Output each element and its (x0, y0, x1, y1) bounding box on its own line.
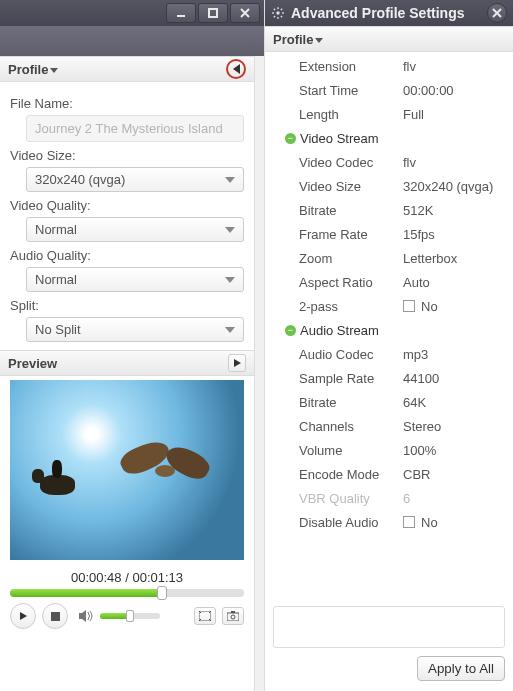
setting-row[interactable]: Aspect RatioAuto (265, 270, 513, 294)
maximize-button[interactable] (198, 3, 228, 23)
collapse-icon: − (285, 325, 296, 336)
preview-header: Preview (0, 350, 254, 376)
setting-value[interactable]: Auto (399, 275, 509, 290)
split-value: No Split (35, 322, 81, 337)
setting-label: Frame Rate (279, 227, 399, 242)
advanced-settings-title: Advanced Profile Settings (291, 5, 464, 21)
chevron-down-icon (50, 68, 58, 73)
checkbox[interactable] (403, 516, 415, 528)
setting-row[interactable]: LengthFull (265, 102, 513, 126)
setting-value[interactable]: 512K (399, 203, 509, 218)
setting-value[interactable]: 6 (399, 491, 509, 506)
setting-value[interactable]: flv (399, 155, 509, 170)
setting-row[interactable]: ChannelsStereo (265, 414, 513, 438)
chevron-down-icon (225, 327, 235, 333)
split-select[interactable]: No Split (26, 317, 244, 342)
close-panel-button[interactable] (487, 3, 507, 23)
preview-video[interactable] (10, 380, 244, 560)
gear-icon (271, 6, 285, 20)
profile-header[interactable]: Profile (0, 56, 254, 82)
left-scrollbar[interactable] (254, 56, 264, 691)
setting-row[interactable]: VBR Quality6 (265, 486, 513, 510)
play-button[interactable] (10, 603, 36, 629)
setting-value[interactable]: Letterbox (399, 251, 509, 266)
setting-value[interactable]: No (399, 299, 509, 314)
setting-value[interactable]: No (399, 515, 509, 530)
setting-label: VBR Quality (279, 491, 399, 506)
videosize-label: Video Size: (10, 148, 244, 163)
right-profile-header[interactable]: Profile (265, 26, 513, 52)
fullscreen-button[interactable] (194, 607, 216, 625)
play-icon (234, 359, 241, 367)
setting-group-header[interactable]: −Audio Stream (265, 318, 513, 342)
stop-button[interactable] (42, 603, 68, 629)
svg-point-7 (276, 11, 280, 15)
videosize-select[interactable]: 320x240 (qvga) (26, 167, 244, 192)
collapse-arrow-button[interactable] (226, 59, 246, 79)
setting-label: Length (279, 107, 399, 122)
setting-row[interactable]: Start Time00:00:00 (265, 78, 513, 102)
split-label: Split: (10, 298, 244, 313)
volume-thumb[interactable] (126, 610, 134, 622)
seek-bar[interactable] (10, 589, 244, 597)
group-title: Audio Stream (300, 323, 379, 338)
setting-row[interactable]: Bitrate512K (265, 198, 513, 222)
preview-rider (40, 460, 85, 500)
setting-value[interactable]: CBR (399, 467, 509, 482)
videoquality-value: Normal (35, 222, 77, 237)
play-icon (20, 612, 27, 620)
setting-label: Bitrate (279, 203, 399, 218)
setting-row[interactable]: Sample Rate44100 (265, 366, 513, 390)
description-field[interactable] (273, 606, 505, 648)
videoquality-select[interactable]: Normal (26, 217, 244, 242)
setting-value[interactable]: Stereo (399, 419, 509, 434)
setting-value[interactable]: 44100 (399, 371, 509, 386)
volume-icon[interactable] (78, 609, 94, 623)
setting-value[interactable]: 64K (399, 395, 509, 410)
checkbox[interactable] (403, 300, 415, 312)
setting-row[interactable]: Bitrate64K (265, 390, 513, 414)
advanced-settings-titlebar: Advanced Profile Settings (265, 0, 513, 26)
setting-label: Zoom (279, 251, 399, 266)
setting-value[interactable]: Full (399, 107, 509, 122)
setting-row[interactable]: Encode ModeCBR (265, 462, 513, 486)
setting-value[interactable]: flv (399, 59, 509, 74)
setting-row[interactable]: Audio Codecmp3 (265, 342, 513, 366)
setting-label: Sample Rate (279, 371, 399, 386)
setting-value[interactable]: 00:00:00 (399, 83, 509, 98)
snapshot-button[interactable] (222, 607, 244, 625)
setting-row[interactable]: Disable AudioNo (265, 510, 513, 534)
setting-label: Video Codec (279, 155, 399, 170)
setting-row[interactable]: Video Size320x240 (qvga) (265, 174, 513, 198)
seek-thumb[interactable] (157, 586, 167, 600)
preview-bird (120, 440, 210, 490)
filename-label: File Name: (10, 96, 244, 111)
setting-row[interactable]: Frame Rate15fps (265, 222, 513, 246)
audioquality-select[interactable]: Normal (26, 267, 244, 292)
setting-value[interactable]: mp3 (399, 347, 509, 362)
close-button[interactable] (230, 3, 260, 23)
setting-row[interactable]: ZoomLetterbox (265, 246, 513, 270)
setting-row[interactable]: Video Codecflv (265, 150, 513, 174)
setting-group-header[interactable]: −Video Stream (265, 126, 513, 150)
fullscreen-icon (199, 611, 211, 621)
apply-to-all-button[interactable]: Apply to All (417, 656, 505, 681)
setting-value[interactable]: 100% (399, 443, 509, 458)
setting-row[interactable]: Volume100% (265, 438, 513, 462)
setting-row[interactable]: Extensionflv (265, 54, 513, 78)
setting-label: Aspect Ratio (279, 275, 399, 290)
volume-slider[interactable] (100, 613, 160, 619)
preview-expand-button[interactable] (228, 354, 246, 372)
setting-value[interactable]: 15fps (399, 227, 509, 242)
setting-label: Disable Audio (279, 515, 399, 530)
setting-row[interactable]: 2-passNo (265, 294, 513, 318)
chevron-down-icon (225, 227, 235, 233)
minimize-button[interactable] (166, 3, 196, 23)
chevron-down-icon (315, 38, 323, 43)
setting-label: Encode Mode (279, 467, 399, 482)
svg-rect-4 (227, 613, 239, 621)
setting-label: Audio Codec (279, 347, 399, 362)
filename-field[interactable]: Journey 2 The Mysterious Island (26, 115, 244, 142)
playback-controls (0, 597, 254, 639)
setting-value[interactable]: 320x240 (qvga) (399, 179, 509, 194)
